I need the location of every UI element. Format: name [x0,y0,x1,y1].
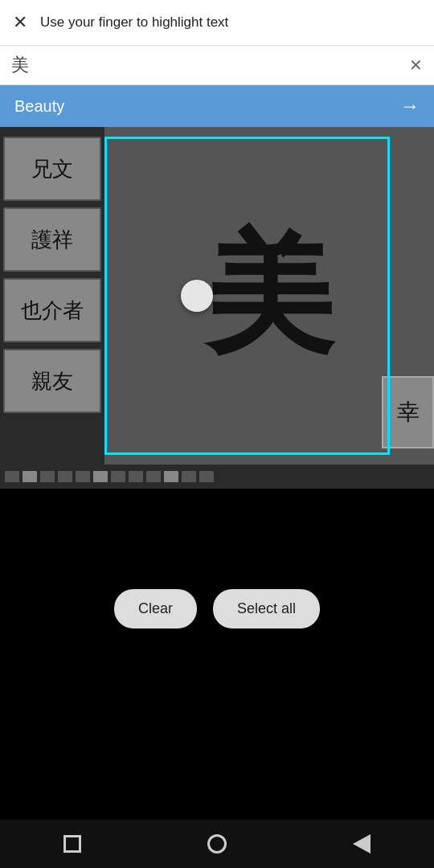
kanji-card-3: 也介者 [3,278,101,342]
close-button[interactable]: ✕ [13,12,27,33]
top-bar-title: Use your finger to highlight text [40,14,421,31]
taskbar-icon-11 [182,471,196,482]
result-row[interactable]: Beauty → [0,85,434,127]
taskbar-icon-7 [111,471,125,482]
taskbar-icon-8 [129,471,143,482]
drag-handle[interactable] [181,280,213,312]
nav-bar [0,820,434,868]
result-arrow-icon[interactable]: → [400,95,420,117]
kanji-card-1: 兄文 [3,137,101,201]
result-label: Beauty [14,97,64,116]
nav-home-button[interactable] [207,834,227,854]
search-bar: 美 ✕ [0,45,434,85]
right-card: 幸 [382,376,434,448]
taskbar [0,465,434,489]
taskbar-icon-3 [40,471,55,482]
nav-back-button[interactable] [63,835,81,853]
search-kanji-icon: 美 [11,53,29,77]
taskbar-icon-9 [146,471,161,482]
taskbar-icon-12 [199,471,214,482]
nav-circle-icon [207,834,227,854]
kanji-card-2: 護祥 [3,207,101,272]
nav-triangle-icon [353,834,371,854]
nav-square-icon [63,835,81,853]
top-bar: ✕ Use your finger to highlight text [0,0,434,45]
taskbar-icon-10 [164,471,178,482]
taskbar-icon-1 [5,471,19,482]
clear-button[interactable]: Clear [114,589,197,628]
left-strip: 兄文 護祥 也介者 親友 [0,127,104,465]
taskbar-icon-5 [76,471,90,482]
search-input[interactable] [37,58,401,72]
nav-recent-button[interactable] [353,834,371,854]
kanji-card-4: 親友 [3,349,101,413]
screenshot-content: 兄文 護祥 也介者 親友 美 幸 [0,127,434,465]
main-character: 美 [205,209,334,383]
image-area: 兄文 護祥 也介者 親友 美 幸 Clear Select all [0,127,434,690]
main-char-area: 美 幸 [104,127,434,465]
taskbar-icon-6 [93,471,108,482]
taskbar-icon-4 [58,471,72,482]
clear-search-icon[interactable]: ✕ [409,55,423,75]
action-bar: Clear Select all [0,576,434,641]
select-all-button[interactable]: Select all [213,589,320,628]
taskbar-icon-2 [23,471,37,482]
